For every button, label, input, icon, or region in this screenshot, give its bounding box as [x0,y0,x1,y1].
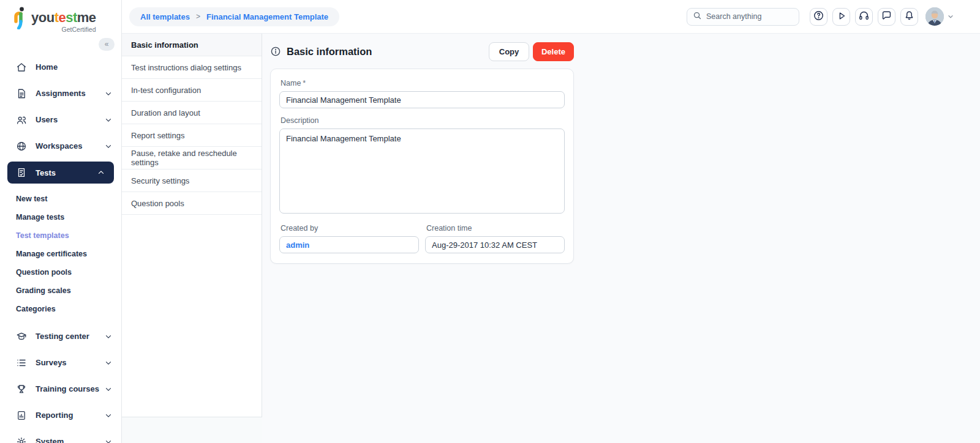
chevron-down-icon [104,332,113,341]
search-icon [693,11,702,23]
messages-button[interactable] [878,8,895,26]
creation-time-field[interactable] [425,236,565,253]
copy-button[interactable]: Copy [489,42,529,61]
assignments-icon [16,88,27,99]
required-mark: * [303,79,306,87]
created-by-field[interactable] [279,236,419,253]
chevron-down-icon [104,116,113,124]
page-title: Basic information [287,46,372,58]
chevron-down-icon [104,359,113,367]
brand-tagline: GetCertified [31,26,96,33]
creation-time-label: Creation time [426,224,565,233]
app-root: youtestme GetCertified « Home Assignment… [0,0,980,443]
sidebar-item-assignments[interactable]: Assignments [0,80,121,106]
sidebar-item-tests[interactable]: Tests [7,162,114,184]
sidebar: youtestme GetCertified « Home Assignment… [0,0,122,443]
sidebar-item-system[interactable]: System [0,428,121,443]
breadcrumb-all-templates[interactable]: All templates [140,12,190,21]
headphones-icon [858,10,870,23]
settings-item-duration-and-layout[interactable]: Duration and layout [122,102,262,124]
chevron-down-icon [104,142,113,151]
chevron-up-icon [97,168,105,177]
sidebar-collapse-button[interactable]: « [99,38,115,51]
settings-item-pause-retake-reschedule[interactable]: Pause, retake and reschedule settings [122,147,262,169]
logo-segment: st [66,10,77,25]
sidebar-item-label: Surveys [36,358,67,367]
users-icon [16,114,27,125]
sidebar-subitem-new-test[interactable]: New test [0,190,121,208]
logo-segment: e [58,10,66,25]
chevron-down-icon [947,13,954,20]
settings-item-basic-information[interactable]: Basic information [122,34,262,56]
tutorial-play-button[interactable] [832,8,850,26]
breadcrumb-separator: > [196,12,200,21]
brand-logo-text: youtestme GetCertified [31,6,96,33]
tests-icon [16,167,27,178]
template-settings-menu: Basic information Test instructions dial… [122,34,262,417]
avatar[interactable] [925,7,944,26]
sidebar-item-surveys[interactable]: Surveys [0,349,121,376]
basic-information-card: Name* Description Financial Management T… [270,69,574,264]
main-content: Basic information Copy Delete Name* Desc… [262,34,980,443]
settings-item-in-test-configuration[interactable]: In-test configuration [122,79,262,102]
collapse-icon: « [105,40,109,48]
sidebar-item-home[interactable]: Home [0,54,121,80]
delete-button[interactable]: Delete [533,42,574,61]
logo-segment: me [77,10,96,25]
workspaces-icon [16,141,27,152]
chevron-down-icon [104,385,113,393]
sidebar-subitem-test-templates[interactable]: Test templates [0,226,121,245]
sidebar-subitem-grading-scales[interactable]: Grading scales [0,281,121,300]
logo-segment: you [31,10,55,25]
home-icon [16,62,27,73]
sidebar-subitem-categories[interactable]: Categories [0,300,121,318]
chevron-down-icon [104,89,113,98]
breadcrumb-current[interactable]: Financial Management Template [206,12,328,21]
training-courses-icon [16,384,27,395]
sidebar-item-label: Assignments [36,89,86,98]
global-search[interactable] [687,8,799,26]
sidebar-item-label: Workspaces [36,141,82,151]
logo-block: youtestme GetCertified « [0,0,121,54]
settings-item-question-pools[interactable]: Question pools [122,192,262,215]
settings-item-security-settings[interactable]: Security settings [122,169,262,192]
sidebar-item-label: Testing center [36,332,89,341]
description-textarea[interactable]: Financial Management Template [279,128,565,214]
testing-center-icon [16,331,27,342]
settings-item-report-settings[interactable]: Report settings [122,124,262,147]
sidebar-item-label: Tests [36,168,56,177]
reporting-icon [16,410,27,421]
tests-submenu: New test Manage tests Test templates Man… [0,186,121,323]
brand-logo-icon [11,6,27,32]
sidebar-nav: Home Assignments Users [0,54,121,443]
sidebar-subitem-manage-tests[interactable]: Manage tests [0,208,121,226]
notifications-button[interactable] [900,8,918,26]
sidebar-item-reporting[interactable]: Reporting [0,402,121,428]
help-icon [813,10,824,23]
info-icon [270,46,281,57]
help-button[interactable] [810,8,827,26]
sidebar-item-testing-center[interactable]: Testing center [0,323,121,349]
chevron-down-icon [104,411,113,420]
system-icon [16,436,27,443]
settings-item-test-instructions[interactable]: Test instructions dialog settings [122,56,262,79]
sidebar-subitem-question-pools[interactable]: Question pools [0,263,121,281]
sidebar-item-label: Home [36,62,58,72]
name-input[interactable] [279,91,565,108]
chat-icon [881,10,892,23]
surveys-icon [16,357,27,368]
support-button[interactable] [855,8,873,26]
created-by-label: Created by [281,224,419,233]
search-input[interactable] [706,12,792,21]
sidebar-item-users[interactable]: Users [0,106,121,133]
brand-logo[interactable]: youtestme GetCertified [11,6,121,33]
sidebar-item-workspaces[interactable]: Workspaces [0,133,121,159]
user-menu[interactable] [925,7,954,26]
topbar-actions [687,7,980,26]
play-icon [836,10,847,23]
sidebar-subitem-manage-certificates[interactable]: Manage certificates [0,245,121,263]
name-label: Name* [281,79,565,87]
top-header: All templates > Financial Management Tem… [122,0,980,34]
description-label: Description [281,116,565,125]
sidebar-item-training-courses[interactable]: Training courses [0,376,121,402]
